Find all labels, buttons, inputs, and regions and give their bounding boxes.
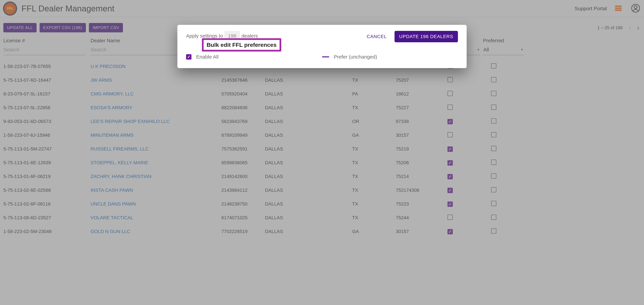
enable-all-label: Enable All (196, 54, 218, 60)
apply-suffix: dealers (242, 33, 258, 39)
update-dealers-button[interactable]: UPDATE 196 DEALERS (394, 31, 458, 42)
prefer-indeterminate-icon[interactable] (322, 56, 329, 58)
enable-all-checkbox[interactable] (186, 54, 192, 60)
dialog-title: Bulk edit FFL preferences (206, 42, 276, 48)
prefer-label: Prefer (unchanged) (334, 54, 377, 60)
prefer-option[interactable]: Prefer (unchanged) (322, 54, 458, 60)
enable-all-option[interactable]: Enable All (186, 54, 322, 60)
dialog-title-highlight: Bulk edit FFL preferences (202, 38, 281, 52)
cancel-button[interactable]: CANCEL (364, 31, 390, 42)
apply-prefix: Apply settings to (186, 33, 223, 39)
